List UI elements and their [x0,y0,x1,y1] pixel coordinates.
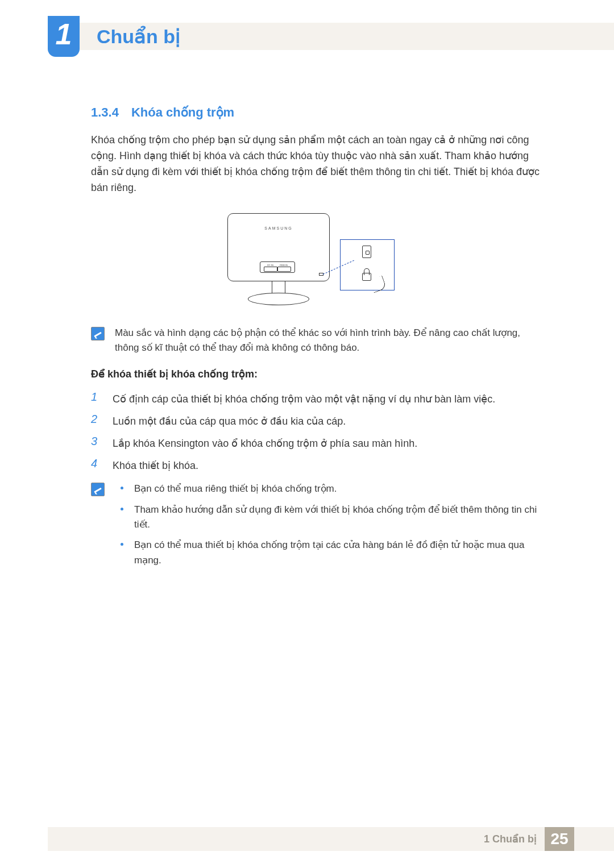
steps-list: 1 Cố định cáp của thiết bị khóa chống tr… [91,391,546,474]
step-row: 3 Lắp khóa Kensington vào ổ khóa chống t… [91,435,546,451]
footer-chapter-label: 1 Chuẩn bị [484,833,537,845]
list-item: Bạn có thể mua thiết bị khóa chống trộm … [119,538,546,568]
note-bullet-list: Bạn có thể mua riêng thiết bị khóa chống… [119,481,546,574]
monitor-brand-label: SAMSUNG [264,226,292,230]
chapter-title: Chuẩn bị [97,25,180,48]
step-text: Lắp khóa Kensington vào ổ khóa chống trộ… [113,435,417,451]
list-item: Tham khảo hướng dẫn sử dụng đi kèm với t… [119,502,546,533]
step-row: 2 Luồn một đầu của cáp qua móc ở đầu kia… [91,413,546,429]
step-number: 1 [91,391,102,404]
section-number: 1.3.4 [91,105,119,120]
step-text: Khóa thiết bị khóa. [113,457,198,474]
chapter-title-band: Chuẩn bị [77,23,614,50]
note-block-purchase: Bạn có thể mua riêng thiết bị khóa chống… [91,481,546,574]
steps-subheading: Để khóa thiết bị khóa chống trộm: [91,368,546,380]
port-label-left: DC IN [267,264,273,267]
page-footer: 1 Chuẩn bị 25 [48,827,614,851]
step-number: 2 [91,413,102,426]
illustration-wrap: SAMSUNG DC IN RGB IN [91,213,546,310]
chapter-header: 1 Chuẩn bị [48,16,614,57]
section-intro: Khóa chống trộm cho phép bạn sử dụng sản… [91,132,546,196]
list-item: Bạn có thể mua riêng thiết bị khóa chống… [119,481,546,496]
port-label-right: RGB IN [280,264,288,267]
section-title: Khóa chống trộm [131,105,234,120]
pencil-note-icon [91,327,105,340]
monitor-illustration: SAMSUNG DC IN RGB IN [227,213,409,310]
chapter-number-tab: 1 [48,16,80,57]
footer-page-number: 25 [545,827,574,851]
pencil-note-icon [91,483,105,496]
note-block-colors: Màu sắc và hình dạng các bộ phận có thể … [91,326,546,356]
step-text: Cố định cáp của thiết bị khóa chống trộm… [113,391,495,407]
section-heading: 1.3.4 Khóa chống trộm [91,105,546,120]
step-number: 3 [91,435,102,448]
padlock-icon [359,267,376,284]
callout-box [340,239,395,290]
page-content: 1.3.4 Khóa chống trộm Khóa chống trộm ch… [91,105,546,586]
step-row: 1 Cố định cáp của thiết bị khóa chống tr… [91,391,546,407]
note-text: Màu sắc và hình dạng các bộ phận có thể … [115,326,546,356]
step-row: 4 Khóa thiết bị khóa. [91,457,546,474]
step-number: 4 [91,457,102,470]
monitor-base [248,293,309,305]
lock-slot-detail-icon [362,246,371,258]
port-panel: DC IN RGB IN [260,261,295,273]
monitor-body: SAMSUNG DC IN RGB IN [227,213,330,281]
step-text: Luồn một đầu của cáp qua móc ở đầu kia c… [113,413,346,429]
monitor-neck [272,281,285,294]
